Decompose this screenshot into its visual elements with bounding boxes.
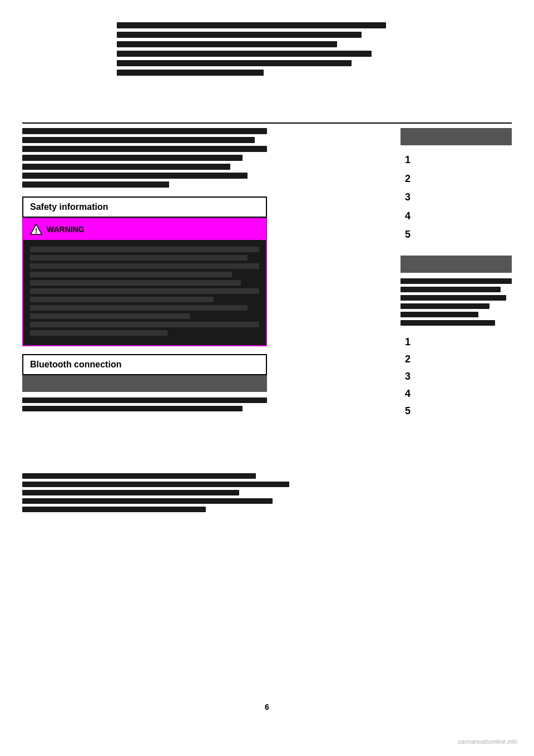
main-text-6 [22, 173, 248, 179]
warning-body [23, 240, 266, 345]
warning-label: WARNING [47, 225, 85, 234]
sidebar-text-6 [400, 320, 495, 326]
warn-text-3 [30, 263, 259, 269]
main-top-text [22, 128, 267, 188]
sidebar-text-1 [400, 278, 512, 284]
main-text-3 [22, 146, 267, 152]
top-horizontal-rule [22, 122, 512, 124]
sidebar-top-numbers: 1 2 3 4 5 [400, 151, 512, 244]
sidebar-num-3: 3 [400, 188, 512, 207]
main-text-2 [22, 137, 255, 143]
sidebar-num-2: 2 [400, 170, 512, 189]
top-text-line-4 [117, 51, 372, 57]
top-text-line-1 [117, 22, 386, 28]
sidebar-text-2 [400, 287, 501, 292]
right-sidebar-top: 1 2 3 4 5 1 2 3 4 5 [400, 128, 512, 420]
warning-triangle-icon: ! [30, 223, 42, 235]
bluetooth-dark-bar [22, 375, 267, 392]
main-text-1 [22, 128, 267, 134]
warn-text-7 [30, 297, 214, 302]
sidebar-text-4 [400, 303, 490, 309]
sidebar-bottom-num-1: 1 [400, 333, 512, 351]
lower-text-5 [22, 507, 206, 512]
main-text-7 [22, 181, 169, 188]
sidebar-num-4: 4 [400, 207, 512, 226]
main-text-5 [22, 164, 230, 170]
warn-text-1 [30, 247, 259, 252]
page-number: 6 [265, 703, 269, 711]
warn-text-2 [30, 255, 248, 261]
main-text-4 [22, 155, 243, 161]
lower-text-1 [22, 473, 256, 479]
sidebar-bottom-num-5: 5 [400, 402, 512, 420]
warn-text-10 [30, 322, 259, 327]
sidebar-num-5: 5 [400, 225, 512, 244]
top-text-line-3 [117, 41, 337, 47]
sidebar-bottom-num-3: 3 [400, 368, 512, 385]
top-text-line-6 [117, 70, 264, 76]
top-text-line-2 [117, 32, 362, 38]
warning-box: ! WARNING [22, 218, 267, 346]
page-container: 1 2 3 4 5 1 2 3 4 5 [0, 0, 534, 756]
safety-information-header: Safety information [22, 197, 267, 218]
bluetooth-connection-header: Bluetooth connection [22, 354, 267, 375]
main-content: Safety information ! WARNING [22, 128, 267, 414]
bt-text-1 [22, 397, 267, 403]
warn-text-9 [30, 313, 190, 319]
warn-text-4 [30, 272, 232, 277]
warning-header: ! WARNING [23, 219, 266, 240]
sidebar-bottom-num-2: 2 [400, 351, 512, 368]
watermark: carmanualsonline.info [458, 738, 517, 745]
top-text-line-5 [117, 60, 352, 66]
lower-main-text [22, 473, 356, 515]
sidebar-bottom-header [400, 256, 512, 273]
svg-text:!: ! [35, 227, 37, 235]
lower-text-2 [22, 482, 289, 487]
warn-text-11 [30, 330, 167, 336]
sidebar-text-5 [400, 312, 478, 317]
top-text-area [22, 22, 512, 79]
warn-text-6 [30, 288, 259, 294]
bluetooth-text [22, 397, 267, 411]
sidebar-bottom-num-4: 4 [400, 385, 512, 402]
sidebar-num-1: 1 [400, 151, 512, 170]
lower-text-4 [22, 498, 273, 504]
warn-text-5 [30, 280, 241, 286]
warn-text-8 [30, 305, 248, 311]
sidebar-bottom-numbers: 1 2 3 4 5 [400, 333, 512, 420]
bt-text-2 [22, 406, 243, 411]
sidebar-text-3 [400, 295, 506, 301]
lower-text-3 [22, 490, 239, 495]
sidebar-top-header [400, 128, 512, 145]
